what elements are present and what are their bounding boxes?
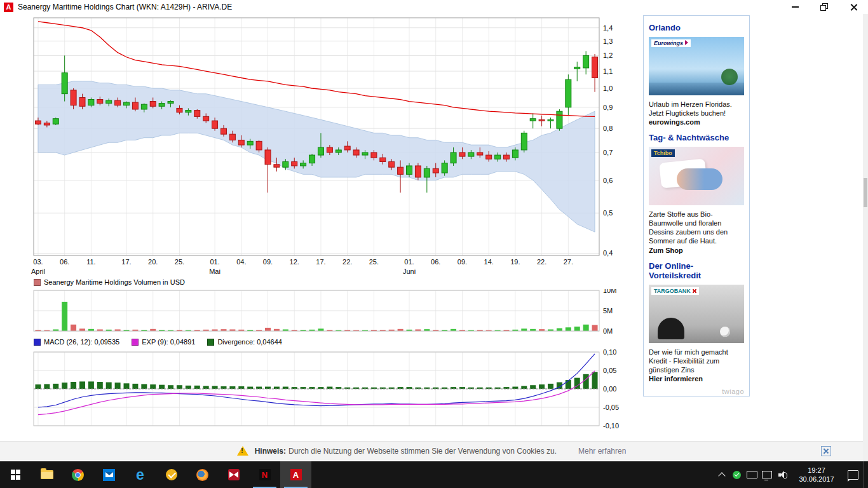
volume-legend: Seanergy Maritime Holdings Volumen in US… (34, 278, 185, 286)
svg-text:03.: 03. (33, 258, 43, 266)
volume-chart: 10M5M0M (22, 289, 623, 337)
ad-heading-waesche[interactable]: Tag- & Nachtwäsche (649, 133, 744, 142)
taskbar-n-app[interactable] (249, 461, 280, 488)
exp-legend-swatch (132, 339, 139, 346)
keyboard-icon (747, 471, 757, 478)
acrobat-icon (228, 469, 240, 480)
taskbar-clock[interactable]: 19:27 30.06.2017 (791, 461, 842, 488)
ad-text-eurowings: Urlaub im Herzen Floridas. Jetzt Flugtic… (649, 100, 745, 126)
show-desktop-button[interactable] (864, 461, 868, 488)
page-scrollbar[interactable] (863, 14, 868, 461)
window-titlebar: A Seanergy Maritime Holdings Chart (WKN:… (0, 0, 868, 14)
taskbar-norton[interactable] (156, 461, 187, 488)
svg-text:0,6: 0,6 (603, 177, 613, 184)
eurowings-ad-image[interactable]: Eurowings (649, 37, 744, 95)
svg-text:17.: 17. (316, 258, 325, 266)
cookie-close-button[interactable] (821, 446, 831, 456)
ad-block-targobank: Der Online-Vorteilskredit TARGOBANK Der … (649, 261, 744, 383)
svg-text:11.: 11. (86, 258, 95, 266)
svg-text:19.: 19. (510, 258, 520, 266)
svg-text:0,4: 0,4 (603, 249, 613, 257)
svg-text:1,1: 1,1 (603, 67, 613, 75)
targobank-info-link[interactable]: Hier informieren (649, 375, 703, 383)
svg-text:0,5: 0,5 (603, 209, 613, 217)
minimize-button[interactable] (780, 0, 810, 14)
tray-network[interactable] (759, 461, 775, 488)
tray-antivirus[interactable] (729, 461, 744, 488)
firefox-icon (196, 469, 208, 481)
svg-text:Juni: Juni (403, 268, 416, 275)
taskbar: 19:27 30.06.2017 (0, 461, 868, 488)
targobank-ad-image[interactable]: TARGOBANK (649, 285, 744, 343)
tray-volume[interactable] (775, 461, 791, 488)
ad-sidebar: Orlando Eurowings Urlaub im Herzen Flori… (643, 15, 750, 396)
taskbar-firefox[interactable] (187, 461, 218, 488)
window-controls (780, 0, 868, 14)
cookie-more-link[interactable]: Mehr erfahren (578, 447, 626, 456)
taskbar-edge[interactable] (125, 461, 156, 488)
ariva-window-icon[interactable]: A (4, 3, 13, 12)
svg-text:22.: 22. (537, 258, 546, 266)
volume-legend-swatch (34, 279, 41, 286)
taskbar-chrome[interactable] (62, 461, 93, 488)
price-chart: 03.April06.11.17.20.25.01.Mai04.09.12.17… (22, 15, 623, 277)
start-button[interactable] (0, 461, 31, 488)
envelope-icon (105, 472, 113, 477)
window-title: Seanergy Maritime Holdings Chart (WKN: A… (18, 3, 780, 11)
macd-chart: 0,100,050,00-0,05-0,10 (22, 348, 623, 429)
system-tray: 19:27 30.06.2017 (715, 461, 868, 488)
taskbar-file-explorer[interactable] (31, 461, 62, 488)
eurowings-logo: Eurowings (651, 39, 691, 47)
ad-heading-orlando[interactable]: Orlando (649, 23, 744, 32)
svg-text:0,7: 0,7 (603, 149, 613, 156)
ad-text-tchibo: Zarte Stoffe aus Bio-Baumwolle und flora… (649, 210, 745, 254)
svg-text:01.: 01. (210, 258, 219, 266)
ad-text-targobank: Der wie für mich gemacht Kredit - Flexib… (649, 348, 745, 383)
eurowings-link[interactable]: eurowings.com (649, 118, 700, 126)
scrollbar-thumb[interactable] (864, 178, 867, 207)
action-center-button[interactable] (842, 461, 864, 488)
antivirus-icon (733, 471, 741, 479)
speaker-icon (778, 471, 788, 478)
taskbar-mail[interactable] (93, 461, 125, 488)
svg-text:01.: 01. (404, 258, 414, 266)
file-explorer-icon (41, 470, 53, 479)
clock-time: 19:27 (808, 466, 825, 475)
svg-text:0,00: 0,00 (603, 385, 616, 393)
macd-legend-label: MACD (26, 12): 0,09535 (44, 338, 119, 346)
svg-text:5M: 5M (603, 307, 613, 315)
close-button[interactable] (839, 0, 868, 14)
svg-text:0,8: 0,8 (603, 125, 613, 132)
svg-text:10M: 10M (603, 289, 616, 294)
n-app-icon (259, 469, 271, 480)
svg-text:0M: 0M (603, 327, 613, 335)
macd-legend: MACD (26, 12): 0,09535 EXP (9): 0,04891 … (34, 338, 291, 346)
minimize-icon (792, 6, 799, 8)
ad-block-tchibo: Tag- & Nachtwäsche Tchibo Zarte Stoffe a… (649, 133, 744, 254)
svg-text:1,2: 1,2 (603, 51, 613, 59)
svg-text:Mai: Mai (209, 268, 220, 275)
ad-block-eurowings: Orlando Eurowings Urlaub im Herzen Flori… (649, 23, 744, 126)
chrome-icon (72, 469, 84, 481)
tchibo-ad-image[interactable]: Tchibo (649, 147, 744, 205)
svg-text:06.: 06. (60, 258, 69, 266)
tray-keyboard[interactable] (744, 461, 759, 488)
restore-icon (820, 3, 828, 11)
twiago-watermark[interactable]: twiago (722, 388, 744, 395)
tchibo-logo: Tchibo (651, 149, 675, 157)
ad-body-text: Zarte Stoffe aus Bio-Baumwolle und flora… (649, 210, 728, 245)
network-icon (762, 471, 772, 478)
svg-text:06.: 06. (431, 258, 440, 266)
svg-text:09.: 09. (458, 258, 467, 266)
svg-text:-0,05: -0,05 (603, 403, 619, 411)
taskbar-acrobat[interactable] (218, 461, 249, 488)
ad-heading-kredit[interactable]: Der Online-Vorteilskredit (649, 261, 744, 280)
tray-chevron[interactable] (715, 461, 729, 488)
taskbar-ariva[interactable] (280, 461, 311, 488)
svg-text:27.: 27. (564, 258, 573, 266)
restore-button[interactable] (810, 0, 839, 14)
chevron-up-icon (718, 472, 725, 479)
svg-text:25.: 25. (175, 258, 184, 266)
volume-legend-label: Seanergy Maritime Holdings Volumen in US… (44, 278, 185, 286)
tchibo-shop-link[interactable]: Zum Shop (649, 247, 683, 254)
